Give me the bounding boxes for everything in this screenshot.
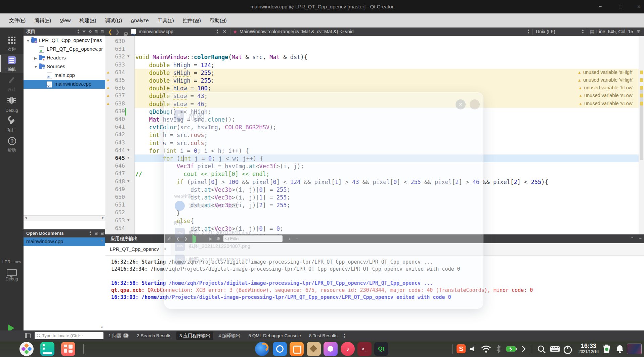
code-line[interactable]: ▲636 double hLow = 100;▲unused variable … [105,84,644,92]
mode-item-Debug[interactable]: Debug [0,94,24,114]
file-manager-icon[interactable] [40,342,54,356]
maximize-button[interactable]: □ [616,3,625,11]
ghost-item-label[interactable]: 通过浏览器搜索 “截图” [189,203,239,209]
fold-marker-icon[interactable]: ▾ [127,179,129,183]
forward-icon[interactable]: ❯ [115,28,120,36]
locator-input[interactable]: Type to locate (Ctrl⋯ [35,332,103,339]
music-player-icon[interactable]: ♪ [341,342,355,356]
panel-sort-icon[interactable]: ▲▼ [77,29,80,34]
docs-scroll-down-icon[interactable]: ▼ [100,326,103,329]
filter-icon[interactable] [82,31,86,33]
chevron-right-icon[interactable]: ▶ [34,56,37,60]
ghost-item-label[interactable]: 截图_20211209112810.png [189,257,250,263]
back-icon[interactable]: ❮ [108,28,112,36]
tree-item-LPR_QT_Cpp_opencv-mas[interactable]: ▼⚙LPR_QT_Cpp_opencv [mas [24,36,105,45]
expand-tray-icon[interactable] [521,345,526,353]
encoding-selector[interactable]: Unix (LF) [536,28,555,36]
output-pane-button-2[interactable]: 2 Search Results [134,331,174,340]
ghost-item-label[interactable]: 截图_20211212204807.png [189,243,250,250]
minimize-pane-icon[interactable]: − [637,236,643,242]
mode-item-项目[interactable]: 项目 [0,114,24,134]
chevron-down-icon[interactable]: ▼ [26,39,30,43]
ghost-button-icon[interactable] [470,99,480,109]
code-line[interactable]: 632▾void MainWindow::colorRange(Mat & sr… [105,53,644,61]
bluetooth-icon[interactable] [495,345,502,353]
mode-item-编辑[interactable]: 编辑 [0,54,24,73]
qt-creator-icon[interactable]: Qt [374,342,388,356]
launcher-icon[interactable] [19,342,34,356]
maximize-pane-icon[interactable]: ⌃ [629,236,635,242]
output-tab[interactable]: LPR_QT_Cpp_opencv× [105,243,171,255]
editor-scrollbar[interactable] [639,36,644,234]
battery-icon[interactable] [506,345,517,353]
docs-split-icon[interactable]: ⊞ [94,229,98,237]
output-pane-button-5[interactable]: 5 QML Debugger Console [246,331,304,340]
docs-sort-icon[interactable]: ▲▼ [89,231,92,236]
trash-icon[interactable] [602,344,611,354]
editor-tab-label[interactable]: mainwindow.cpp [139,28,173,36]
menu-item[interactable]: 工具(T) [153,13,178,28]
split-panel-icon[interactable]: ⊞ [94,28,98,36]
menu-item[interactable]: View [55,13,75,28]
code-line[interactable]: ▲635 double vHigh = 255;▲unused variable… [105,77,644,84]
scroll-left-icon[interactable]: ◀ [25,216,27,219]
fold-marker-icon[interactable]: ▾ [127,155,129,160]
show-desktop-thumbnail[interactable] [627,344,642,354]
power-icon[interactable] [563,345,572,354]
gallery-icon[interactable] [324,342,338,356]
tree-item-mainwindow-cpp[interactable]: C+mainwindow.cpp [24,80,105,89]
kit-selector[interactable]: LPR⋯ncv Debug [0,259,24,281]
output-pane-button-3[interactable]: 3 应用程序输出 [176,331,213,340]
split-editor-icon[interactable]: ⊞ [637,28,641,36]
mode-item-欢迎[interactable]: 欢迎 [0,34,24,53]
scrollbar-thumb[interactable] [640,90,643,160]
tree-item-Sources[interactable]: ▼CSources [24,62,105,71]
notification-bell-icon[interactable] [615,344,625,354]
search-icon[interactable] [537,345,546,354]
taskbar-clock[interactable]: 16:33 2021/12/16 [575,343,602,354]
ghost-item-label[interactable]: 截图_20211209112610.png [189,230,250,236]
tree-item-main-cpp[interactable]: C+main.cpp [24,71,105,80]
pane-selector-icon[interactable]: ▲▼ [343,333,346,339]
close-panel-icon[interactable]: ⊟ [100,28,104,36]
fold-marker-icon[interactable]: ▾ [127,218,129,222]
firefox-icon[interactable] [255,342,269,356]
output-pane-button-8[interactable]: 8 Test Results [306,331,341,340]
menu-item[interactable]: Analyze [126,13,153,28]
menu-item[interactable]: 调试(D) [100,13,126,28]
menu-item[interactable]: 编辑(E) [30,13,55,28]
code-line[interactable]: 631 [105,45,644,53]
cube-app-icon[interactable] [307,342,321,356]
toggle-sidebar-icon[interactable] [25,333,31,338]
docs-close-icon[interactable]: ⊟ [100,229,104,237]
code-line[interactable]: ▲634 double sHigh = 255;▲unused variable… [105,69,644,77]
docs-scroll-up-icon[interactable]: ▲ [100,238,103,242]
scroll-right-icon[interactable]: ▶ [102,216,104,219]
project-tree-hscrollbar[interactable]: ◀ ▶ [24,215,105,221]
code-line[interactable]: 630 [105,38,644,45]
fold-marker-icon[interactable]: ▾ [127,147,129,152]
mail-app-icon[interactable] [290,342,304,356]
app-store-icon[interactable] [61,342,75,356]
menu-item[interactable]: 构建(B) [75,13,100,28]
close-button[interactable]: × [635,3,643,11]
browser-icon[interactable] [273,342,287,356]
terminal-icon[interactable]: >_ [357,342,372,356]
output-pane-button-4[interactable]: 4 编译输出 [215,331,243,340]
menu-item[interactable]: 帮助(H) [205,13,231,28]
tree-item-LPR_QT_Cpp_opencv-pr[interactable]: otLPR_QT_Cpp_opencv.pr [24,45,105,54]
minimize-button[interactable]: − [596,3,604,11]
open-document-item[interactable]: mainwindow.cpp [24,237,105,246]
sync-editor-icon[interactable]: ⟲ [88,28,92,36]
volume-icon[interactable] [469,345,478,353]
tree-item-Headers[interactable]: ▶hHeaders [24,54,105,62]
chevron-down-icon[interactable]: ▼ [34,65,38,69]
ghost-close-icon[interactable]: ✕ [456,99,466,109]
mode-item-帮助[interactable]: ?帮助 [0,134,24,154]
wifi-icon[interactable] [481,345,491,353]
output-pane-button-1[interactable]: 1 问题10 [105,331,132,340]
symbol-dropdown[interactable]: MainWindow::colorRange(cv::Mat &, cv::Ma… [240,28,354,36]
menu-item[interactable]: 控件(W) [178,13,205,28]
keyboard-icon[interactable] [550,345,560,353]
code-line[interactable]: 633 double hHigh = 124; [105,61,644,69]
